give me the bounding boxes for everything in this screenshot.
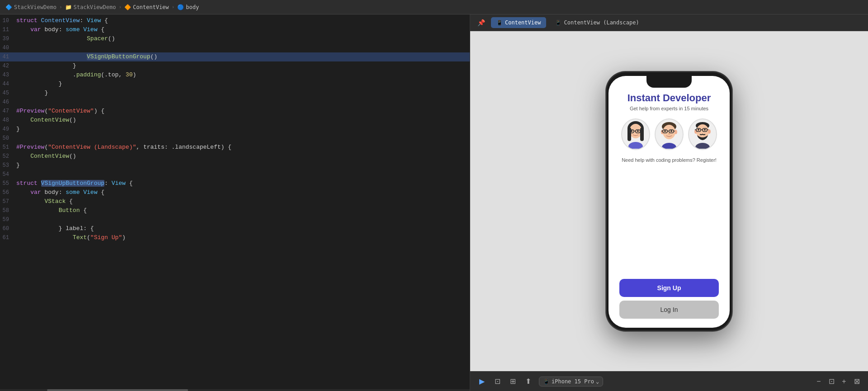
zoom-fit-button[interactable]: ⊡: [826, 376, 837, 387]
iphone-mockup: Instant Developer Get help from experts …: [606, 71, 732, 331]
tab-icon-portrait: 📱: [496, 20, 503, 26]
line-number: 45: [0, 89, 16, 98]
line-number: 48: [0, 116, 16, 125]
line-number: 44: [0, 80, 16, 89]
line-number: 57: [0, 197, 16, 206]
code-line-45[interactable]: 45 }: [0, 89, 470, 98]
code-line-48[interactable]: 48 ContentView(): [0, 116, 470, 125]
breadcrumb-bar: 🔷 StackViewDemo › 📁 StackViewDemo › 🔶 Co…: [0, 0, 868, 14]
code-line-53[interactable]: 53 }: [0, 161, 470, 170]
code-line-43[interactable]: 43 .padding(.top, 30): [0, 71, 470, 80]
svg-point-21: [669, 133, 670, 135]
line-number: 56: [0, 188, 16, 197]
scrollbar-thumb[interactable]: [47, 389, 188, 391]
avatars-row: [621, 118, 717, 150]
line-number: 46: [0, 98, 16, 107]
login-button[interactable]: Log In: [619, 301, 719, 319]
code-line-59[interactable]: 59: [0, 215, 470, 224]
code-line-47[interactable]: 47 #Preview("ContentView") {: [0, 107, 470, 116]
code-line-44[interactable]: 44 }: [0, 80, 470, 89]
code-line-55[interactable]: 55 struct VSignUpButtonGroup: View {: [0, 179, 470, 188]
line-content: }: [16, 80, 462, 89]
line-content: Text("Sign Up"): [16, 233, 462, 242]
line-content: }: [16, 161, 462, 170]
line-number: 41: [0, 52, 16, 61]
code-line-46[interactable]: 46: [0, 98, 470, 107]
line-content: #Preview("ContentView") {: [16, 107, 462, 116]
line-content: VStack {: [16, 197, 462, 206]
pin-button[interactable]: 📌: [475, 18, 487, 28]
code-line-56[interactable]: 56 var body: some View {: [0, 188, 470, 197]
breadcrumb-symbol[interactable]: 🔵 body: [177, 4, 199, 10]
line-content: ContentView(): [16, 152, 462, 161]
code-area[interactable]: 10 struct ContentView: View { 11 var bod…: [0, 14, 470, 389]
device-label: iPhone 15 Pro: [552, 378, 594, 385]
code-line-51[interactable]: 51 #Preview("ContentView (Landscape)", t…: [0, 143, 470, 152]
line-content: ContentView(): [16, 116, 462, 125]
code-line-41[interactable]: 41 VSignUpButtonGroup(): [0, 52, 470, 61]
line-content: #Preview("ContentView (Landscape)", trai…: [16, 143, 462, 152]
line-number: 50: [0, 134, 16, 143]
play-button[interactable]: ▶: [476, 375, 488, 388]
line-number: 42: [0, 61, 16, 71]
code-line-61[interactable]: 61 Text("Sign Up"): [0, 233, 470, 242]
project-icon: 🔷: [5, 4, 12, 10]
play-icon: ▶: [479, 377, 485, 386]
svg-point-34: [695, 143, 710, 149]
scrollbar[interactable]: [0, 389, 470, 391]
code-line-10[interactable]: 10 struct ContentView: View {: [0, 16, 470, 25]
signup-button[interactable]: Sign Up: [619, 279, 719, 297]
help-text: Need help with coding problems? Register…: [622, 157, 717, 163]
code-line-39[interactable]: 39 Spacer(): [0, 34, 470, 43]
code-line-58[interactable]: 58 Button {: [0, 206, 470, 215]
tab-content-view[interactable]: 📱 ContentView: [491, 17, 546, 28]
svg-point-33: [704, 129, 706, 131]
zoom-out-button[interactable]: −: [813, 376, 825, 387]
code-line-11[interactable]: 11 var body: some View {: [0, 25, 470, 34]
code-line-42[interactable]: 42 }: [0, 61, 470, 71]
line-number: 53: [0, 161, 16, 170]
breadcrumb-file[interactable]: 🔶 ContentView: [124, 4, 169, 10]
preview-panel: 📌 📱 ContentView 📱 ContentView (Landscape…: [470, 14, 868, 391]
tab-label-content-view: ContentView: [505, 19, 541, 26]
avatar-svg-3: [689, 119, 716, 149]
code-line-60[interactable]: 60 } label: {: [0, 224, 470, 233]
breadcrumb-folder[interactable]: 📁 StackViewDemo: [65, 4, 116, 10]
line-number: 40: [0, 43, 16, 52]
code-line-50[interactable]: 50: [0, 134, 470, 143]
svg-point-19: [664, 130, 666, 132]
line-content: var body: some View {: [16, 188, 462, 197]
svg-rect-3: [640, 127, 644, 141]
code-line-54[interactable]: 54: [0, 170, 470, 179]
code-line-40[interactable]: 40: [0, 43, 470, 52]
breadcrumb-project[interactable]: 🔷 StackViewDemo: [5, 4, 57, 10]
code-line-52[interactable]: 52 ContentView(): [0, 152, 470, 161]
svg-point-20: [670, 130, 672, 132]
phone-icon: 📱: [543, 378, 550, 385]
grid-button[interactable]: ⊞: [506, 375, 519, 388]
sep-1: ›: [59, 4, 62, 10]
svg-point-8: [637, 130, 639, 132]
avatar-2: [655, 118, 684, 150]
main-layout: 10 struct ContentView: View { 11 var bod…: [0, 14, 868, 391]
line-content: var body: some View {: [16, 25, 462, 34]
tab-content-view-landscape[interactable]: 📱 ContentView (Landscape): [550, 17, 644, 28]
inspect-icon: ⊡: [495, 377, 500, 386]
line-number: 58: [0, 206, 16, 215]
var-icon: 🔵: [177, 4, 184, 10]
code-editor[interactable]: 10 struct ContentView: View { 11 var bod…: [0, 14, 470, 391]
share-icon: ⬆: [525, 377, 531, 386]
inspect-button[interactable]: ⊡: [491, 375, 504, 388]
line-number: 51: [0, 143, 16, 152]
device-selector[interactable]: 📱 iPhone 15 Pro ⌄: [539, 377, 603, 386]
zoom-in-button[interactable]: +: [838, 376, 850, 387]
share-button[interactable]: ⬆: [522, 375, 534, 388]
code-line-57[interactable]: 57 VStack {: [0, 197, 470, 206]
tab-label-landscape: ContentView (Landscape): [564, 19, 639, 26]
line-content: }: [16, 125, 462, 134]
iphone-notch: [646, 76, 692, 88]
line-content: Button {: [16, 206, 462, 215]
zoom-fill-button[interactable]: ⊠: [851, 376, 863, 387]
code-line-49[interactable]: 49 }: [0, 125, 470, 134]
svg-point-7: [631, 130, 632, 132]
